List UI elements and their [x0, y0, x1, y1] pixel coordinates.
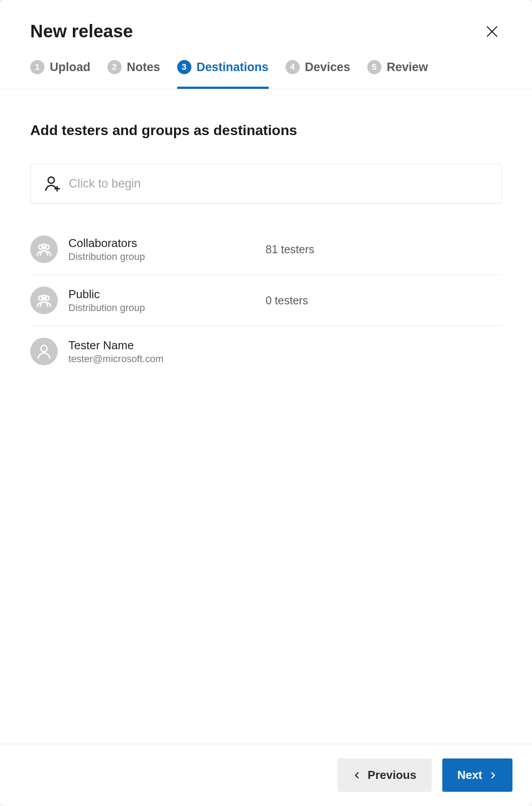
dialog-footer: Previous Next — [0, 744, 532, 806]
destination-search-input[interactable] — [69, 177, 489, 191]
destination-name: Public — [68, 287, 255, 301]
destination-text: Collaborators Distribution group — [68, 236, 255, 263]
destination-text: Tester Name tester@microsoft.com — [68, 339, 255, 365]
step-upload[interactable]: 1 Upload — [30, 60, 91, 89]
step-review[interactable]: 5 Review — [367, 60, 428, 89]
step-label: Devices — [305, 60, 350, 74]
svg-point-7 — [42, 244, 46, 248]
step-label: Destinations — [197, 60, 269, 74]
previous-button-label: Previous — [368, 768, 417, 782]
destination-subtitle: Distribution group — [68, 302, 255, 314]
chevron-right-icon — [488, 771, 497, 780]
dialog-title: New release — [30, 21, 133, 41]
destination-subtitle: tester@microsoft.com — [68, 353, 255, 365]
people-group-icon — [35, 240, 53, 258]
step-destinations[interactable]: 3 Destinations — [177, 60, 269, 89]
step-notes[interactable]: 2 Notes — [107, 60, 160, 89]
step-number: 2 — [107, 60, 122, 74]
step-label: Upload — [50, 60, 91, 74]
new-release-dialog: New release 1 Upload 2 Notes 3 Destinati… — [0, 0, 532, 806]
step-number: 3 — [177, 60, 191, 74]
section-title: Add testers and groups as destinations — [30, 122, 502, 139]
destination-group-collaborators[interactable]: Collaborators Distribution group 81 test… — [30, 224, 502, 275]
destination-text: Public Distribution group — [68, 287, 255, 314]
close-icon — [484, 24, 500, 39]
previous-button[interactable]: Previous — [337, 758, 432, 792]
destination-group-public[interactable]: Public Distribution group 0 testers — [30, 275, 502, 326]
step-label: Review — [387, 60, 428, 74]
svg-point-2 — [48, 177, 54, 184]
svg-point-10 — [42, 295, 46, 299]
person-avatar — [30, 338, 58, 365]
step-label: Notes — [127, 60, 160, 74]
people-group-icon — [35, 291, 53, 309]
close-button[interactable] — [482, 22, 502, 41]
group-avatar — [30, 287, 58, 314]
step-number: 5 — [367, 60, 381, 74]
step-number: 1 — [30, 60, 44, 74]
destination-subtitle: Distribution group — [68, 251, 255, 263]
step-number: 4 — [286, 60, 300, 74]
next-button-label: Next — [457, 768, 482, 782]
next-button[interactable]: Next — [442, 758, 512, 792]
destination-name: Collaborators — [68, 236, 255, 250]
destination-count: 0 testers — [266, 294, 308, 307]
destination-name: Tester Name — [68, 339, 255, 352]
title-row: New release — [30, 21, 502, 41]
destination-tester[interactable]: Tester Name tester@microsoft.com — [30, 326, 502, 377]
destination-search-box[interactable] — [30, 164, 502, 203]
group-avatar — [30, 235, 58, 263]
destination-count: 81 testers — [266, 243, 314, 256]
dialog-content: Add testers and groups as destinations — [0, 89, 532, 744]
dialog-header: New release 1 Upload 2 Notes 3 Destinati… — [0, 0, 532, 89]
wizard-stepper: 1 Upload 2 Notes 3 Destinations 4 Device… — [30, 60, 502, 89]
destinations-list: Collaborators Distribution group 81 test… — [30, 224, 502, 377]
person-icon — [35, 343, 53, 360]
svg-point-11 — [41, 345, 47, 351]
person-add-icon — [43, 175, 61, 192]
chevron-left-icon — [353, 771, 361, 780]
step-devices[interactable]: 4 Devices — [286, 60, 350, 89]
